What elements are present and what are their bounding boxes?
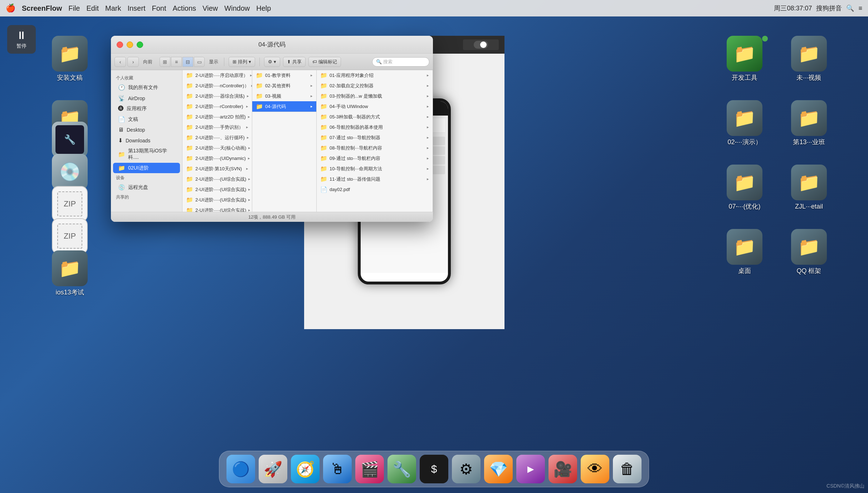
col1-item[interactable]: 📁 2-UI进阶·····序启动原理） ▸ [182,70,252,80]
col3-item[interactable]: 📁 04-手动 UIWindow ▸ [317,101,433,112]
col1-item[interactable]: 📁 2-UI进阶·····artz2D 拍照) ▸ [182,112,252,122]
dock-item-settings[interactable]: ⚙ [452,455,481,483]
menubar: 🍎 ScreenFlow File Edit Mark Insert Font … [0,0,868,16]
view-cover[interactable]: ▭ [194,57,205,67]
sidebar-item-heima[interactable]: 📁 第13期黑马iOS学科.... [113,146,180,162]
desktop-icon-zhuomian[interactable]: 📁 桌面 [721,229,768,275]
sidebar-item-airdrop[interactable]: 📡 AirDrop [113,93,180,103]
col1-item[interactable]: 📁 2-UI进阶·····(UI综合实战) ▸ [182,205,252,212]
sidebar-item-remote[interactable]: 💿 远程光盘 [113,182,180,192]
pause-button[interactable]: ⏸ 暂停 [7,25,36,54]
col1-item[interactable]: 📁 2-UI进阶·····天(核心动画) ▸ [182,143,252,153]
sidebar-item-docs[interactable]: 📄 文稿 [113,114,180,125]
dock-item-trash[interactable]: 🗑 [613,455,642,483]
col3-item[interactable]: 📁 01-应用程序对象介绍 ▸ [317,70,433,80]
menu-file[interactable]: File [68,4,80,13]
view-column[interactable]: ⊟ [182,57,193,67]
menu-ime[interactable]: 搜狗拼音 [816,4,842,13]
desktop-icon-video[interactable]: 📁 未···视频 [786,36,832,82]
view-list[interactable]: ≡ [171,57,182,67]
col2-scrollbar[interactable] [252,112,316,114]
menu-more[interactable]: ≡ [858,5,862,12]
col1-item[interactable]: 📁 2-UI进阶·····(UI综合实战) ▸ [182,195,252,205]
col2-item[interactable]: 📁 01-教学资料 ▸ [252,70,316,80]
menu-view[interactable]: View [203,4,218,13]
dock-item-exec[interactable]: ▶ [516,455,545,483]
maximize-button[interactable] [137,42,143,48]
desktop-icon-heima[interactable]: 📁 第13···业班 [786,100,832,146]
col3-item[interactable]: 📁 02-加载自定义控制器 ▸ [317,80,433,91]
sidebar-item-desktop[interactable]: 🖥 Desktop [113,125,180,135]
col1-item[interactable]: 📁 2-UI进阶·····(UI综合实战) ▸ [182,184,252,195]
desktop-icon-devtools[interactable]: 📁 开发工具 [721,36,768,82]
menu-font[interactable]: Font [152,4,166,13]
apple-menu[interactable]: 🍎 [6,4,15,13]
dock-item-preview[interactable]: 👁 [581,455,609,483]
desktop-icon-qq[interactable]: 📁 QQ 框架 [786,229,832,275]
sort-button[interactable]: ⊞ 排列 ▾ [229,57,255,67]
menu-app[interactable]: ScreenFlow [22,4,62,13]
minimize-button[interactable] [127,42,133,48]
desktop-icon-install[interactable]: 📁 安装文稿 [47,36,93,82]
dock-item-safari[interactable]: 🧭 [291,455,320,483]
forward-button[interactable]: › [127,57,139,67]
share-button[interactable]: ⬆ 共享 [283,57,306,67]
col3-item[interactable]: 📁 11-通过 sto···器传值问题 ▸ [317,174,433,184]
desktop-icon-optim[interactable]: 📁 07-···(优化) [721,165,768,211]
back-button[interactable]: ‹ [114,57,126,67]
close-button[interactable] [117,42,123,48]
action-button[interactable]: ⚙ ▾ [264,57,280,67]
col1-item[interactable]: 📁 2-UI进阶·第10天(SVN) ▸ [182,163,252,174]
menu-insert[interactable]: Insert [127,4,145,13]
dock-item-finder[interactable]: 🔵 [226,455,255,483]
col3-item[interactable]: 📁 03-控制器的...w 是懒加载 ▸ [317,91,433,101]
dock-item-terminal[interactable]: $ [420,455,448,483]
col1-item[interactable]: 📁 2-UI进阶·····(UI综合实战) ▸ [182,174,252,184]
col1-item[interactable]: 📁 2-UI进阶·····nController)） ▸ [182,80,252,91]
arrow-icon: ▸ [248,156,250,161]
menu-search[interactable]: 🔍 [846,4,854,12]
col1-item[interactable]: 📁 2-UI进阶·····手势识别） ▸ [182,122,252,132]
dock-item-sketch[interactable]: 💎 [484,455,513,483]
dock-item-launchpad[interactable]: 🚀 [259,455,287,483]
col3-item[interactable]: 📁 10-导航控制···命周期方法 ▸ [317,163,433,174]
desktop-icon-zjl[interactable]: 📁 ZJL···etail [786,165,832,211]
menu-mark[interactable]: Mark [105,4,121,13]
menu-help[interactable]: Help [256,4,271,13]
finder-titlebar: 04-源代码 [111,36,433,54]
col1-item[interactable]: 📁 2-UI进阶·····(UIDynamic) ▸ [182,153,252,163]
sidebar-item-apps[interactable]: 🅐 应用程序 [113,104,180,114]
col3-item[interactable]: 📁 06-导航控制器的基本使用 ▸ [317,122,433,132]
col3-item[interactable]: 📁 09-通过 sto···导航栏内容 ▸ [317,153,433,163]
menu-edit[interactable]: Edit [87,4,99,13]
sidebar-item-allfiles[interactable]: 🕐 我的所有文件 [113,82,180,93]
arrow-icon: ▸ [248,197,250,202]
folder-icon: 📁 [320,134,327,141]
col2-item-selected[interactable]: 📁 04-源代码 ▸ [252,101,316,112]
sidebar-item-02ui[interactable]: 📁 02UI进阶 [113,163,180,173]
col3-item[interactable]: 📁 08-导航控制···导航栏内容 ▸ [317,143,433,153]
folder-icon: 📁 [186,207,193,212]
dock-item-screenflow[interactable]: 🎬 [355,455,384,483]
col3-item-pdf[interactable]: 📄 day02.pdf [317,184,433,195]
col1-item[interactable]: 📁 2-UI进阶·····、运行循环) ▸ [182,132,252,143]
col1-item[interactable]: 📁 2-UI进阶·····rController) ▸ [182,101,252,112]
search-box[interactable]: 🔍 搜索 [372,57,429,67]
col2-item[interactable]: 📁 02-其他资料 ▸ [252,80,316,91]
menu-window[interactable]: Window [224,4,250,13]
view-icon[interactable]: ⊞ [160,57,170,67]
col2-item[interactable]: 📁 03-视频 ▸ [252,91,316,101]
desktop-icon-demo[interactable]: 📁 02-···演示） [721,100,768,146]
dock-item-tools[interactable]: 🔧 [387,455,416,483]
col-item-label: 08-导航控制···导航栏内容 [330,145,382,151]
dock-item-cursor[interactable]: 🖱 [323,455,352,483]
tag-button[interactable]: 🏷 编辑标记 [308,57,341,67]
col3-item[interactable]: 📁 05-3种加载···制器的方式 ▸ [317,112,433,122]
sidebar-item-downloads[interactable]: ⬇ Downloads [113,135,180,146]
desktop-icon-ios13[interactable]: 📁 ios13考试 [47,250,93,297]
menu-actions[interactable]: Actions [172,4,196,13]
folder-icon: 📁 [320,72,327,79]
col1-item[interactable]: 📁 2-UI进阶·····器综合演练) ▸ [182,91,252,101]
dock-item-video[interactable]: 🎥 [548,455,577,483]
col3-item[interactable]: 📁 07-通过 sto···导航控制器 ▸ [317,132,433,143]
